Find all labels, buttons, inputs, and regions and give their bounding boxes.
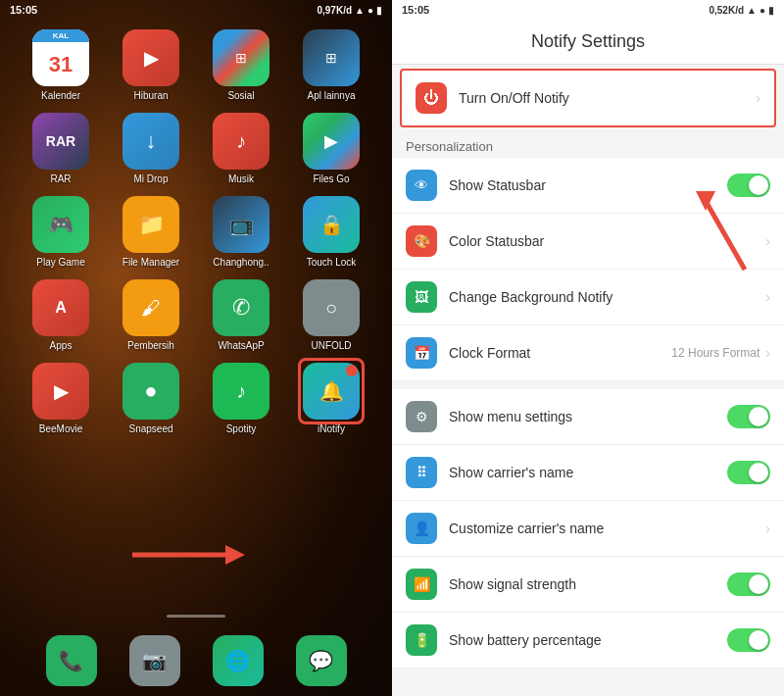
time-left: 15:05 [10, 4, 37, 16]
dock-phone[interactable]: 📞 [46, 635, 97, 686]
app-filemanager[interactable]: 📁 File Manager [112, 196, 190, 268]
time-right: 15:05 [402, 4, 429, 16]
show-signal-icon: 📶 [406, 569, 437, 600]
battery-icon: ▮ [376, 5, 382, 16]
section-divider [392, 381, 784, 389]
app-playgame[interactable]: 🎮 Play Game [22, 196, 100, 268]
show-statusbar-icon: 👁 [406, 170, 437, 201]
app-unfold[interactable]: ○ UNFOLD [292, 279, 370, 351]
network-speed-left: 0,97K/d [317, 5, 352, 16]
show-signal-label: Show signal strength [449, 576, 727, 592]
app-label-musik: Musik [228, 174, 254, 184]
app-hiburan[interactable]: ▶ Hiburan [112, 29, 190, 101]
clock-format-value: 12 Hours Format [671, 346, 760, 360]
battery-right-icon: ▮ [768, 5, 774, 16]
app-label-hiburan: Hiburan [133, 90, 168, 101]
app-touchlock[interactable]: 🔒 Touch Lock [292, 196, 370, 268]
app-label-filemanager: File Manager [122, 257, 179, 268]
show-battery-label: Show battery percentage [449, 632, 727, 648]
color-statusbar-icon: 🎨 [406, 225, 437, 257]
svg-marker-3 [696, 191, 715, 211]
left-panel: 15:05 0,97K/d ▲ ● ▮ KAL 31 Kalender ▶ Hi… [0, 0, 392, 696]
turn-on-off-chevron: › [756, 90, 760, 106]
settings-show-battery[interactable]: 🔋 Show battery percentage [392, 613, 784, 669]
svg-line-2 [706, 201, 745, 270]
app-label-touchlock: Touch Lock [307, 257, 357, 268]
dock-divider [167, 615, 225, 618]
status-bar-left: 15:05 0,97K/d ▲ ● ▮ [0, 0, 392, 20]
show-menu-toggle[interactable] [727, 405, 770, 428]
app-label-kalender: Kalender [41, 90, 80, 101]
app-spotify[interactable]: ♪ Spotity [202, 363, 280, 434]
app-inotify[interactable]: 🔔 iNotify [292, 363, 370, 434]
show-carrier-label: Show carrier's name [449, 465, 727, 480]
network-speed-right: 0,52K/d [709, 5, 744, 16]
page-title: Notify Settings [392, 20, 784, 65]
color-statusbar-chevron: › [765, 233, 770, 249]
app-label-snapseed: Snapseed [128, 423, 172, 434]
turn-on-off-label: Turn On/Off Notify [459, 90, 756, 106]
app-snapseed[interactable]: ● Snapseed [112, 363, 190, 434]
dock-messages[interactable]: 💬 [296, 635, 347, 686]
settings-content: ⏻ Turn On/Off Notify › Personalization 👁… [392, 65, 784, 696]
app-label-apps: Apps [50, 340, 73, 351]
app-apl[interactable]: ⊞ Apl lainnya [292, 29, 370, 101]
app-whatsapp[interactable]: ✆ WhatsApP [202, 279, 280, 351]
right-panel: 15:05 0,52K/d ▲ ● ▮ Notify Settings ⏻ Tu… [392, 0, 784, 696]
app-changhong[interactable]: 📺 Changhong.. [202, 196, 280, 268]
app-label-filesgo: Files Go [313, 174, 349, 184]
app-filesgo[interactable]: ▶ Files Go [292, 113, 370, 184]
status-icons-left: 0,97K/d ▲ ● ▮ [317, 5, 382, 16]
show-menu-icon: ⚙ [406, 401, 437, 432]
app-label-playgame: Play Game [36, 257, 84, 268]
show-battery-icon: 🔋 [406, 624, 437, 656]
settings-customize-carrier[interactable]: 👤 Customize carrier's name › [392, 501, 784, 557]
app-grid: KAL 31 Kalender ▶ Hiburan ⊞ Sosial ⊞ Apl… [0, 20, 392, 444]
app-label-inotify: iNotify [318, 423, 345, 434]
change-background-chevron: › [765, 289, 770, 305]
app-label-pembersih: Pembersih [127, 340, 174, 351]
app-label-midrop: Mi Drop [133, 174, 168, 184]
app-apps[interactable]: A Apps [22, 279, 100, 351]
arrow-horizontal [127, 540, 245, 573]
app-label-sosial: Sosial [227, 90, 254, 101]
wifi-icon: ● [368, 5, 373, 16]
clock-format-icon: 📅 [406, 337, 437, 369]
clock-format-chevron: › [765, 345, 770, 361]
dock-browser[interactable]: 🌐 [213, 635, 264, 686]
settings-show-carrier[interactable]: ⠿ Show carrier's name [392, 445, 784, 501]
change-background-icon: 🖼 [406, 281, 437, 313]
show-carrier-icon: ⠿ [406, 457, 437, 488]
app-label-unfold: UNFOLD [311, 340, 351, 351]
app-beemovie[interactable]: ▶ BeeMovie [22, 363, 100, 434]
app-label-rar: RAR [50, 174, 71, 184]
personalization-header: Personalization [392, 131, 784, 158]
app-sosial[interactable]: ⊞ Sosial [202, 29, 280, 101]
customize-carrier-chevron: › [765, 521, 770, 536]
app-label-beemovie: BeeMovie [39, 423, 82, 434]
settings-show-menu[interactable]: ⚙ Show menu settings [392, 389, 784, 445]
show-carrier-toggle[interactable] [727, 461, 770, 484]
app-midrop[interactable]: ↓ Mi Drop [112, 113, 190, 184]
settings-clock-format[interactable]: 📅 Clock Format 12 Hours Format › [392, 325, 784, 381]
app-musik[interactable]: ♪ Musik [202, 113, 280, 184]
app-kalender[interactable]: KAL 31 Kalender [22, 29, 100, 101]
bottom-dock: 📞 📷 🌐 💬 [0, 635, 392, 686]
svg-marker-1 [225, 545, 245, 565]
app-pembersih[interactable]: 🖌 Pembersih [112, 279, 190, 351]
app-label-apl: Apl lainnya [308, 90, 356, 101]
app-label-spotify: Spotity [226, 423, 257, 434]
red-arrow-annotation [676, 181, 755, 283]
turn-on-off-icon: ⏻ [416, 82, 447, 114]
dock-camera[interactable]: 📷 [129, 635, 180, 686]
show-signal-toggle[interactable] [727, 572, 770, 596]
settings-show-signal[interactable]: 📶 Show signal strength [392, 557, 784, 613]
settings-turn-on-off[interactable]: ⏻ Turn On/Off Notify › [400, 69, 776, 127]
show-battery-toggle[interactable] [727, 628, 770, 652]
app-rar[interactable]: RAR RAR [22, 113, 100, 184]
clock-format-label: Clock Format [449, 345, 671, 361]
signal-icon: ▲ [355, 5, 365, 16]
inotify-highlight-box [298, 358, 365, 424]
status-bar-right: 15:05 0,52K/d ▲ ● ▮ [392, 0, 784, 20]
customize-carrier-icon: 👤 [406, 513, 437, 544]
